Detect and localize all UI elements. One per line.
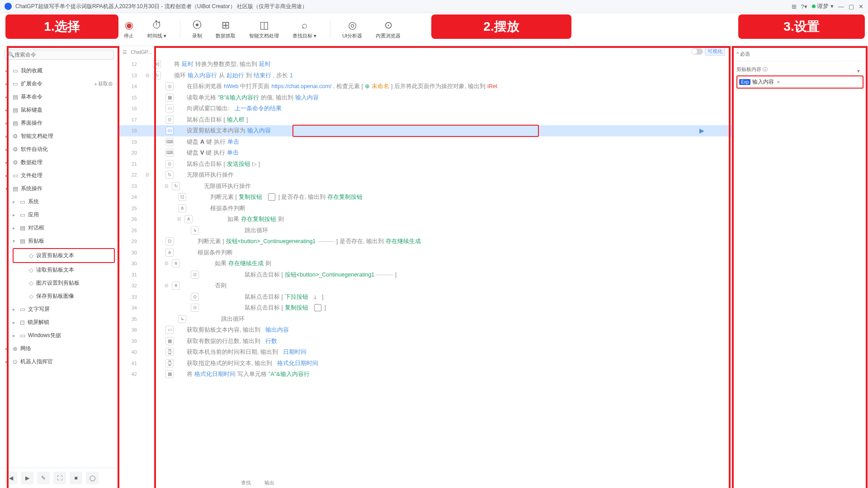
tree-sys-dlg[interactable]: ▸▤对话框 [0,221,118,235]
tree-robot[interactable]: ▸⊙机器人指挥官 [0,355,118,368]
fullscreen-icon[interactable]: ⛶ [53,472,66,484]
timeline-button[interactable]: ⏱时间线 ▾ [147,19,166,39]
tree-file[interactable]: ▸▭文件处理 [0,169,118,182]
status-output[interactable]: 输出 [264,479,274,486]
dropdown-icon[interactable]: ▾ [857,68,860,74]
user-menu[interactable]: 谭梦 ▾ [812,2,834,10]
record-button[interactable]: ⦿录制 [192,19,202,39]
line-26[interactable]: 26⊟⋔如果存在复制按钮 则 [119,214,731,225]
tree-clip-set[interactable]: ◇设置剪贴板文本 [13,248,115,263]
run-line-icon[interactable]: ▶ [699,125,704,136]
stop-button[interactable]: ◉停止 [124,19,134,39]
edit-icon[interactable]: ✎ [37,472,50,484]
line-32[interactable]: 32⊟⋔否则 [119,280,731,291]
line-20[interactable]: 20⌨键盘V键 执行单击 [119,147,731,159]
down-arrow-icon: ↓ [313,291,316,303]
tab-chatgp[interactable]: ChatGP... [131,49,152,55]
tree-mk[interactable]: ▸▤鼠标键盘 [0,103,118,117]
line-41[interactable]: 41⌚获取指定格式的时间文本, 输出到 格式化日期时间 [119,358,731,369]
line-30[interactable]: 30⊟⋔如果存在继续生成 则 [119,258,731,269]
tree-fav[interactable]: ▸▭我的收藏 [0,64,118,77]
line-21[interactable]: 21⊙鼠标点击目标 [发送按钮 ▷ ] [119,159,731,170]
visual-label: 可视化 [705,47,725,56]
visual-toggle[interactable] [691,48,703,55]
tree-sys-text[interactable]: ▸▭文字写屏 [0,303,118,316]
line-27[interactable]: 26↳跳出循环 [119,225,731,236]
nav-back-icon[interactable]: ◀ [5,472,17,484]
maximize-button[interactable]: ▢ [849,3,854,10]
camera-icon[interactable]: ◯ [86,472,99,484]
tree-sys-app[interactable]: ▸▭应用 [0,208,118,221]
properties-panel: ^ 必选 剪贴板内容 ⓘ Exp 输入内容 × ▾ [731,46,868,488]
apps-icon[interactable]: ⊞ [792,3,797,10]
line-17[interactable]: 17⊙鼠标点击目标 [输入框 ] [119,114,731,126]
props-label: 剪贴板内容 ⓘ [736,66,863,73]
tree-doc[interactable]: ▸⚙智能文档处理 [0,130,118,143]
tree-sys-win[interactable]: ▸▭Windows凭据 [0,329,118,342]
tree-clip-save[interactable]: ◇保存剪贴板图像 [0,290,118,303]
line-14[interactable]: 14◎在目标浏览器hWeb中打开页面https://chat.openai.co… [119,81,731,92]
status-find[interactable]: 查找 [241,479,251,486]
line-29[interactable]: 29⊡判断元素 [按钮<button>_Continuegenerating1 … [119,236,731,247]
extract-cmd-button[interactable]: + 获取命 [94,80,113,87]
play-icon[interactable]: ▶ [21,472,33,484]
props-value-input[interactable]: Exp 输入内容 × [736,75,863,89]
editor: ☰ ChatGP... 可视化 12{x}将延时转换为整数类型, 输出到延时 1… [119,46,731,488]
tree-sys[interactable]: ▾▤系统操作 [0,182,118,195]
datacapture-button[interactable]: ⊞数据抓取 [216,19,236,39]
search-input[interactable] [14,52,111,58]
line-34[interactable]: 34⊙鼠标点击目标 [复制按钮 ] [119,302,731,314]
tree-auto[interactable]: ▸⚙软件自动化 [0,143,118,156]
line-35[interactable]: 35↳跳出循环 [119,314,731,325]
tree-basic[interactable]: ▸▤基本命令 [0,90,118,103]
tree-sys-clip[interactable]: ▾▤剪贴板 [0,235,118,248]
video-icon[interactable]: ■ [70,472,82,484]
app-logo [5,3,12,10]
line-39[interactable]: 39▦获取有数据的行总数, 输出到 行数 [119,336,731,347]
clipboard-icon [268,193,275,201]
search-box[interactable]: 🔍 [5,50,114,60]
window-title: ChatGPT超级写手单个提示词版RPA机器人2023年10月30日 - 流程创… [15,3,792,10]
search-icon: 🔍 [8,52,14,58]
line-12[interactable]: 12{x}将延时转换为整数类型, 输出到延时 [119,59,731,70]
line-31[interactable]: 31⊙鼠标点击目标 [按钮<button>_Continuegenerating… [119,269,731,281]
smartdoc-button[interactable]: ◫智能文档处理 [249,19,279,39]
chip-remove-icon[interactable]: × [777,79,780,85]
line-22[interactable]: 22⊟↻无限循环执行操作 [119,169,731,181]
line-13[interactable]: 13⊟↻循环输入内容行从起始行到结束行, 步长1 [119,70,731,81]
line-38[interactable]: 38▭获取剪贴板文本内容, 输出到 输出内容 [119,324,731,336]
line-40[interactable]: 40⌚获取本机当前的时间和日期, 输出到 日期时间 [119,347,731,358]
line-42[interactable]: 42▦将格式化日期时间写入单元格"A"&输入内容行 [119,369,731,380]
sidebar-footer: ◀ ▶ ✎ ⛶ ■ ◯ [0,468,118,488]
tree-clip-img[interactable]: ◇图片设置到剪贴板 [0,277,118,290]
tree-clip-get[interactable]: ◇读取剪贴板文本 [0,263,118,277]
tree-ui[interactable]: ▸▤界面操作 [0,117,118,130]
line-33[interactable]: 33⊙鼠标点击目标 [下拉按钮 ↓ ] [119,291,731,303]
clipboard-icon [314,304,321,311]
line-19[interactable]: 19⌨键盘A键 执行单击 [119,136,731,148]
close-button[interactable]: ✕ [859,3,863,10]
minimize-button[interactable]: — [838,3,844,10]
line-30a[interactable]: 30⋔根据条件判断 [119,247,731,258]
help-icon[interactable]: ?▾ [801,3,807,10]
tree-sys-sys[interactable]: ▸▭系统 [0,195,118,208]
line-15[interactable]: 15▦读取单元格"B"&输入内容行的值, 输出到输入内容 [119,92,731,103]
sidebar: 🔍 ▸▭我的收藏 ▸▭扩展命令+ 获取命 ▸▤基本命令 ▸▤鼠标键盘 ▸▤界面操… [0,46,119,488]
annotation-1: 1.选择 [5,14,118,39]
tab-icon: ☰ [123,49,127,55]
tree-sys-lock[interactable]: ▸⊡锁屏解锁 [0,316,118,329]
browser-button[interactable]: ⊙内置浏览器 [376,19,401,39]
findtarget-button[interactable]: ⌕查找目标 ▾ [292,19,316,39]
uianalyzer-button[interactable]: ◎UI分析器 [342,19,362,39]
line-18[interactable]: 18▭设置剪贴板文本内容为输入内容▶ [119,125,731,136]
line-25[interactable]: 25⋔根据条件判断 [119,203,731,214]
line-23[interactable]: 23⊟↻无限循环执行操作 [119,181,731,192]
line-24[interactable]: 24⊡判断元素 [复制按钮 ] 是否存在, 输出到存在复制按钮 [119,192,731,203]
props-title: ^ 必选 [736,50,863,61]
annotation-3: 3.设置 [738,14,865,39]
line-16[interactable]: 16▭向调试窗口输出: 上一条命令的结果 [119,103,731,114]
tree-ext[interactable]: ▸▭扩展命令+ 获取命 [0,77,118,90]
exp-tag: Exp [739,79,750,85]
tree-data[interactable]: ▸⚙数据处理 [0,156,118,169]
tree-net[interactable]: ▸⊕网络 [0,342,118,355]
